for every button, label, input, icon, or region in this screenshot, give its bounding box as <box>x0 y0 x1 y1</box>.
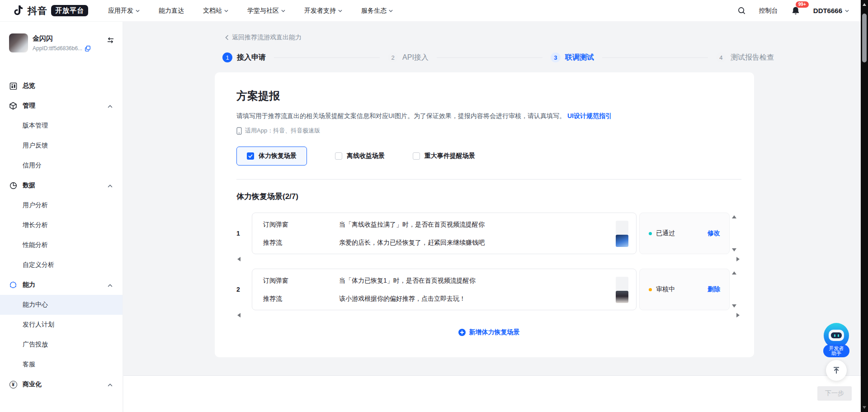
sidebar-item-publisher-plan[interactable]: 发行人计划 <box>0 315 123 335</box>
chevron-down-icon <box>338 9 342 12</box>
brand-logo[interactable]: 抖音 开放平台 <box>12 5 88 17</box>
console-link[interactable]: 控制台 <box>759 7 778 15</box>
sidebar-item-credit[interactable]: 信用分 <box>0 156 123 175</box>
scrollbar-thumb[interactable] <box>862 14 867 62</box>
switch-app-icon[interactable] <box>107 37 114 45</box>
capability-icon <box>9 281 17 289</box>
checkbox-unchecked[interactable] <box>413 152 420 160</box>
nav-item-docs[interactable]: 文档站 <box>203 7 228 15</box>
step-2[interactable]: 2 API接入 <box>388 52 429 62</box>
sidebar-item-custom-analysis[interactable]: 自定义分析 <box>0 255 123 275</box>
scene-option-stamina[interactable]: 体力恢复场景 <box>236 147 307 166</box>
sidebar-group-manage[interactable]: 管理 <box>0 96 123 116</box>
sidebar-item-customer-service[interactable]: 客服 <box>0 355 123 374</box>
add-scene-label: 新增体力恢复场景 <box>469 328 520 336</box>
sidebar-item-ad[interactable]: 广告投放 <box>0 335 123 355</box>
sidebar-item-growth[interactable]: 增长分析 <box>0 215 123 235</box>
footer-bar: 下一步 <box>123 375 861 412</box>
search-icon[interactable] <box>738 7 745 14</box>
scroll-left-arrow[interactable] <box>237 257 241 261</box>
sidebar-group-data[interactable]: 数据 <box>0 175 123 195</box>
page-title: 方案提报 <box>236 89 741 103</box>
feed-label: 推荐流 <box>263 239 304 247</box>
copy-icon[interactable] <box>85 45 91 52</box>
nav-item-ecosystem[interactable]: 服务生态 <box>361 7 393 15</box>
scrollbar-down-arrow[interactable] <box>863 406 866 409</box>
plan-submission-card: 方案提报 请填写用于推荐流直出的相关场景提醒文案信息和对应UI图片。为了保证效果… <box>215 72 754 357</box>
scroll-up-arrow[interactable] <box>732 271 736 275</box>
nav-item-academy[interactable]: 学堂与社区 <box>247 7 285 15</box>
thumbnail-placeholder <box>616 277 628 291</box>
scroll-left-arrow[interactable] <box>237 313 241 317</box>
sidebar-item-label: 总览 <box>23 82 35 90</box>
notifications-button[interactable]: 99+ <box>792 6 800 15</box>
sidebar-item-label: 数据 <box>23 181 35 189</box>
step-connector <box>437 57 542 58</box>
checkbox-checked[interactable] <box>247 152 254 160</box>
sidebar-item-label: 自定义分析 <box>23 261 54 269</box>
sidebar-item-label: 客服 <box>23 360 35 369</box>
checkbox-unchecked[interactable] <box>335 152 342 160</box>
section-title: 体力恢复场景(2/7) <box>236 191 741 202</box>
step-label: 接入申请 <box>237 53 266 62</box>
chevron-up-icon <box>108 381 113 388</box>
scene-option-major-event[interactable]: 重大事件提醒场景 <box>413 152 475 160</box>
nav-item-label: 能力直达 <box>159 7 184 15</box>
status-badge: 审核中 <box>656 285 675 294</box>
next-step-button[interactable]: 下一步 <box>817 386 852 401</box>
sidebar-item-overview[interactable]: 总览 <box>0 76 123 96</box>
delete-link[interactable]: 删除 <box>708 285 720 294</box>
page-scrollbar[interactable] <box>861 0 868 412</box>
sidebar-group-commercial[interactable]: ¥ 商业化 <box>0 374 123 394</box>
scene-option-label: 离线收益场景 <box>347 152 385 160</box>
nav-menu: 应用开发 能力直达 文档站 学堂与社区 开发者支持 服务生态 <box>108 7 393 15</box>
thumbnail-image[interactable] <box>616 291 628 303</box>
sidebar-item-user-analysis[interactable]: 用户分析 <box>0 195 123 215</box>
add-scene-button[interactable]: 新增体力恢复场景 <box>458 328 520 336</box>
sidebar-group-capability[interactable]: 能力 <box>0 275 123 295</box>
developer-assistant-widget[interactable]: 开发者助手 <box>823 323 849 357</box>
sidebar-item-capability-center[interactable]: 能力中心 <box>0 295 123 315</box>
arrow-up-icon <box>832 366 841 375</box>
sidebar-item-performance[interactable]: 性能分析 <box>0 235 123 255</box>
sidebar-item-version[interactable]: 版本管理 <box>0 116 123 136</box>
step-connector <box>274 57 380 58</box>
brand-badge: 开放平台 <box>51 5 88 16</box>
ui-guide-link[interactable]: UI设计规范指引 <box>567 112 612 119</box>
scroll-down-arrow[interactable] <box>732 304 736 308</box>
top-navbar: 抖音 开放平台 应用开发 能力直达 文档站 学堂与社区 开发者支持 服务生态 <box>0 0 861 22</box>
scene-option-label: 体力恢复场景 <box>259 152 297 160</box>
horizontal-scrollbar[interactable] <box>236 310 741 317</box>
scroll-up-arrow[interactable] <box>732 215 736 218</box>
row-index: 1 <box>236 213 252 254</box>
scroll-right-arrow[interactable] <box>736 257 740 261</box>
back-to-top-button[interactable] <box>826 360 847 381</box>
chevron-down-icon <box>224 9 228 12</box>
step-4[interactable]: 4 测试报告检查 <box>716 52 774 62</box>
thumbnail-image[interactable] <box>616 235 628 247</box>
nav-item-app-dev[interactable]: 应用开发 <box>108 7 140 15</box>
step-number: 4 <box>716 52 726 62</box>
back-link[interactable]: 返回推荐流游戏直出能力 <box>225 33 302 42</box>
nav-item-capability[interactable]: 能力直达 <box>159 7 184 15</box>
scene-option-offline-income[interactable]: 离线收益场景 <box>335 152 385 160</box>
chevron-down-icon <box>845 9 849 12</box>
scroll-right-arrow[interactable] <box>736 313 740 317</box>
step-3[interactable]: 3 联调测试 <box>551 52 594 62</box>
sidebar-item-feedback[interactable]: 用户反馈 <box>0 136 123 156</box>
scrollbar-up-arrow[interactable] <box>863 3 866 6</box>
sidebar-item-label: 发行人计划 <box>23 321 54 329</box>
step-1[interactable]: 1 接入申请 <box>222 52 266 62</box>
horizontal-scrollbar[interactable] <box>236 254 741 261</box>
scene-option-label: 重大事件提醒场景 <box>425 152 475 160</box>
divider <box>236 179 741 180</box>
user-menu[interactable]: DDT6666 <box>813 7 849 14</box>
chevron-down-icon <box>136 9 140 12</box>
scroll-down-arrow[interactable] <box>732 248 736 251</box>
step-label: 测试报告检查 <box>731 53 774 62</box>
chevron-up-icon <box>108 102 113 109</box>
modify-link[interactable]: 修改 <box>708 229 720 237</box>
scene-content-card: 订阅弹窗 当「离线收益拉满了」时，是否在首页视频流提醒你 推荐流 亲爱的店长，体… <box>252 213 637 254</box>
nav-item-support[interactable]: 开发者支持 <box>304 7 342 15</box>
card-description: 请填写用于推荐流直出的相关场景提醒文案信息和对应UI图片。为了保证效果，提报内容… <box>236 112 566 119</box>
